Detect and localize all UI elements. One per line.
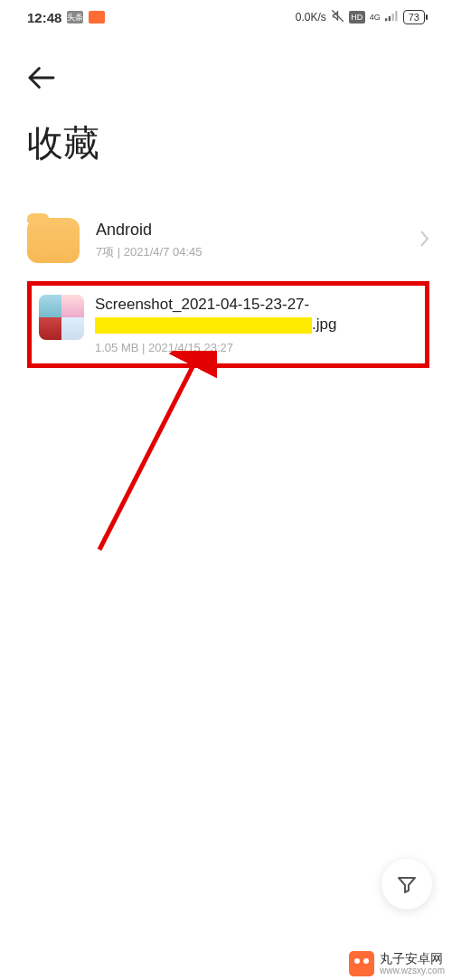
filter-button[interactable] xyxy=(381,859,432,909)
svg-rect-1 xyxy=(385,18,387,21)
app-badge-icon: 头条 xyxy=(67,11,83,24)
file-name: Screenshot_2021-04-15-23-27- .jpg xyxy=(95,295,418,335)
svg-line-6 xyxy=(99,358,197,550)
redacted-region xyxy=(95,317,312,334)
back-button[interactable] xyxy=(0,34,452,93)
favorites-list: Android 7项 | 2021/4/7 04:45 Screenshot_2… xyxy=(0,168,452,368)
file-row[interactable]: Screenshot_2021-04-15-23-27- .jpg 1.05 M… xyxy=(27,281,429,368)
image-thumbnail-icon xyxy=(39,295,84,340)
folder-icon xyxy=(27,218,80,263)
chevron-right-icon xyxy=(420,231,429,250)
signal-label: 4G xyxy=(370,13,381,22)
folder-text: Android 7项 | 2021/4/7 04:45 xyxy=(96,221,404,260)
svg-rect-2 xyxy=(389,16,391,21)
status-bar: 12:48 头条 0.0K/s HD 4G 73 xyxy=(0,0,452,34)
svg-rect-3 xyxy=(391,14,393,21)
watermark: 丸子安卓网 www.wzsxy.com xyxy=(342,947,452,980)
status-time: 12:48 xyxy=(27,10,61,25)
status-left: 12:48 头条 xyxy=(27,10,105,25)
status-right: 0.0K/s HD 4G 73 xyxy=(296,9,425,25)
page-title: 收藏 xyxy=(0,93,452,168)
annotation-arrow-icon xyxy=(63,351,217,559)
network-speed: 0.0K/s xyxy=(296,11,326,24)
svg-rect-4 xyxy=(395,11,397,21)
watermark-text: 丸子安卓网 www.wzsxy.com xyxy=(380,952,445,975)
watermark-logo-icon xyxy=(349,951,374,976)
battery-icon: 73 xyxy=(403,10,425,24)
app-badge-icon xyxy=(89,11,105,24)
file-meta: 1.05 MB | 2021/4/15 23:27 xyxy=(95,341,418,354)
mute-icon xyxy=(331,9,344,25)
folder-name: Android xyxy=(96,221,404,240)
signal-icon xyxy=(385,11,399,24)
hd-icon: HD xyxy=(349,11,365,24)
file-text: Screenshot_2021-04-15-23-27- .jpg 1.05 M… xyxy=(95,295,418,354)
folder-row[interactable]: Android 7项 | 2021/4/7 04:45 xyxy=(27,218,429,263)
folder-meta: 7项 | 2021/4/7 04:45 xyxy=(96,244,404,260)
